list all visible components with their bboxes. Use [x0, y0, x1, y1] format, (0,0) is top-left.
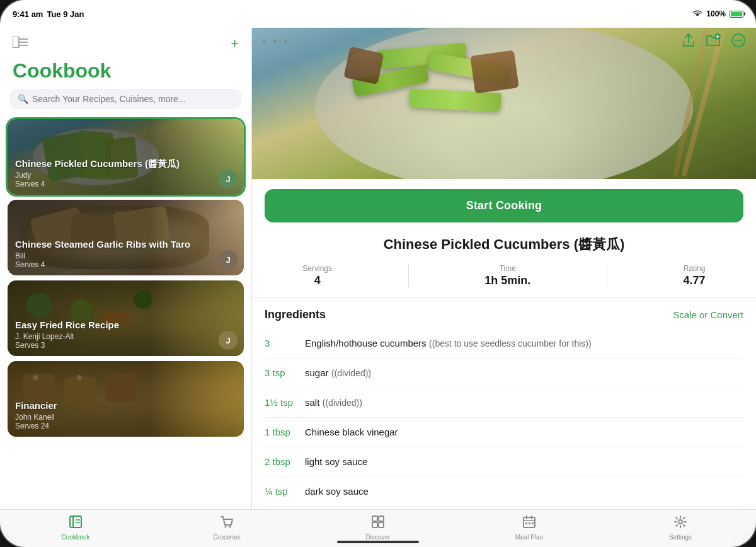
app-container: + Cookbook 🔍 Chinese — [0, 28, 756, 509]
svg-rect-18 — [379, 522, 384, 527]
stat-divider-2 — [607, 264, 607, 287]
status-right: 100% — [692, 9, 743, 19]
search-icon: 🔍 — [18, 94, 28, 104]
stat-divider-1 — [408, 264, 409, 287]
more-options-icon[interactable] — [731, 33, 746, 51]
recipe-list: Chinese Pickled Cucumbers (醬黃瓜) Judy Ser… — [0, 117, 251, 509]
recipe-title-4: Financier — [15, 400, 236, 412]
groceries-nav-icon — [220, 515, 234, 532]
ingredient-item: ¼ tsp dark soy sauce — [265, 477, 743, 507]
start-cooking-button[interactable]: Start Cooking — [265, 189, 743, 222]
ingredients-header: Ingredients Scale or Convert — [265, 308, 743, 321]
nav-item-cookbook[interactable]: Cookbook — [0, 515, 151, 541]
recipe-title-2: Chinese Steamed Garlic Ribs with Taro — [15, 239, 236, 250]
time-value: 1h 5min. — [484, 274, 530, 287]
recipe-avatar-3: J — [219, 331, 238, 350]
recipe-author-3: J. Kenji Lopez-Alt — [15, 332, 236, 341]
nav-label-groceries: Groceries — [213, 534, 240, 541]
time-label: Time — [500, 264, 516, 273]
device: 9:41 am Tue 9 Jan 100% — [0, 0, 756, 547]
servings-label: Servings — [302, 264, 332, 273]
battery-percent: 100% — [706, 9, 726, 18]
ingredients-title: Ingredients — [265, 308, 326, 321]
svg-point-13 — [225, 526, 227, 528]
time: 9:41 am — [13, 9, 43, 19]
sidebar-header: + — [0, 28, 251, 57]
recipe-card-overlay-3: Easy Fried Rice Recipe J. Kenji Lopez-Al… — [8, 280, 244, 356]
ingredient-item: 1 tbsp Chinese black vinegar — [265, 418, 743, 447]
recipe-author-4: John Kanell — [15, 413, 236, 422]
content-header: • • • — [252, 28, 756, 55]
folder-icon[interactable] — [706, 33, 721, 50]
add-recipe-button[interactable]: + — [231, 35, 239, 52]
nav-label-cookbook: Cookbook — [61, 534, 89, 541]
ingredient-amount: 2 tbsp — [265, 456, 302, 467]
start-cooking-section: Start Cooking — [252, 179, 756, 227]
svg-rect-17 — [372, 522, 377, 527]
ingredients-section: Ingredients Scale or Convert 3 English/h… — [252, 298, 756, 509]
rating-label: Rating — [684, 264, 706, 273]
ingredient-amount: 1½ tsp — [265, 397, 302, 408]
header-right-icons — [682, 33, 746, 51]
svg-point-14 — [229, 526, 231, 528]
search-bar[interactable]: 🔍 — [10, 89, 241, 109]
home-indicator — [337, 541, 419, 543]
svg-rect-0 — [13, 37, 19, 48]
svg-rect-9 — [70, 516, 81, 527]
stat-time: Time 1h 5min. — [484, 264, 530, 287]
recipe-author-2: Bill — [15, 251, 236, 260]
nav-label-settings: Settings — [669, 534, 692, 541]
nav-item-settings[interactable]: Settings — [605, 515, 756, 541]
recipe-author-1: Judy — [15, 171, 236, 180]
ingredient-amount: 3 tsp — [265, 367, 302, 378]
svg-rect-15 — [372, 516, 377, 521]
share-icon[interactable] — [682, 33, 696, 51]
stat-servings: Servings 4 — [302, 264, 332, 287]
meal-plan-nav-icon — [522, 515, 536, 532]
ingredient-name-text: sugar ((divided)) — [305, 367, 371, 379]
recipe-avatar-2: J — [219, 250, 238, 269]
nav-label-discover: Discover — [366, 534, 391, 541]
nav-item-groceries[interactable]: Groceries — [151, 515, 302, 541]
date: Tue 9 Jan — [47, 9, 84, 19]
settings-nav-icon — [673, 515, 687, 532]
sidebar: + Cookbook 🔍 Chinese — [0, 28, 252, 509]
svg-rect-23 — [525, 522, 527, 524]
svg-point-6 — [735, 39, 737, 41]
ingredients-list: 3 English/hothouse cucumbers ((best to u… — [265, 329, 743, 507]
recipe-title-3: Easy Fried Rice Recipe — [15, 320, 236, 331]
recipe-card-4[interactable]: Financier John Kanell Serves 24 — [8, 361, 244, 437]
ingredient-name-text: salt ((divided)) — [305, 397, 362, 408]
recipe-detail[interactable]: Start Cooking Chinese Pickled Cucumbers … — [252, 179, 756, 509]
svg-point-26 — [679, 520, 682, 524]
ingredient-item: 3 tsp sugar ((divided)) — [265, 359, 743, 388]
ingredient-name-text: dark soy sauce — [305, 486, 369, 497]
recipe-card-overlay-1: Chinese Pickled Cucumbers (醬黃瓜) Judy Ser… — [8, 119, 244, 195]
discover-nav-icon — [371, 515, 385, 532]
recipe-name-detail: Chinese Pickled Cucumbers (醬黃瓜) — [252, 227, 756, 259]
stat-rating: Rating 4.77 — [684, 264, 706, 287]
recipe-card-overlay-2: Chinese Steamed Garlic Ribs with Taro Bi… — [8, 200, 244, 275]
recipe-serves-1: Serves 4 — [15, 180, 236, 188]
battery-fill — [731, 12, 742, 16]
ingredient-amount: 3 — [265, 338, 302, 348]
ingredient-amount: ¼ tsp — [265, 486, 302, 497]
header-dots: • • • — [262, 35, 290, 49]
battery-icon — [730, 11, 743, 18]
recipe-card-1[interactable]: Chinese Pickled Cucumbers (醬黃瓜) Judy Ser… — [8, 119, 244, 195]
search-input[interactable] — [32, 94, 234, 104]
servings-value: 4 — [314, 274, 321, 287]
bottom-nav: Cookbook Groceries Discover — [0, 509, 756, 547]
recipe-card-2[interactable]: Chinese Steamed Garlic Ribs with Taro Bi… — [8, 200, 244, 275]
nav-item-discover[interactable]: Discover — [302, 515, 454, 541]
ingredient-name-text: Chinese black vinegar — [305, 427, 398, 438]
ingredient-item: 2 tbsp light soy sauce — [265, 447, 743, 477]
nav-item-meal-plan[interactable]: Meal Plan — [454, 515, 605, 541]
ingredient-amount: 1 tbsp — [265, 427, 302, 437]
rating-value: 4.77 — [684, 274, 706, 287]
status-left: 9:41 am Tue 9 Jan — [13, 9, 84, 19]
recipe-card-3[interactable]: Easy Fried Rice Recipe J. Kenji Lopez-Al… — [8, 280, 244, 356]
sidebar-toggle-icon[interactable] — [13, 37, 28, 50]
scale-convert-button[interactable]: Scale or Convert — [673, 309, 743, 320]
ingredient-item: 1½ tsp salt ((divided)) — [265, 388, 743, 418]
